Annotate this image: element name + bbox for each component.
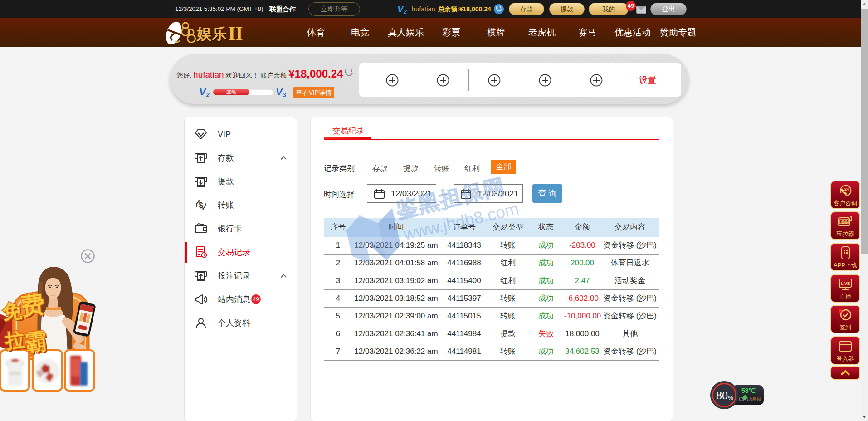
svg-text:II: II [228, 23, 243, 44]
svg-text:7: 7 [847, 220, 848, 224]
svg-text:费: 费 [19, 290, 46, 319]
svg-text:霸: 霸 [23, 328, 48, 356]
svg-text:3: 3 [283, 91, 286, 98]
svg-text:7: 7 [844, 220, 845, 224]
svg-text:2: 2 [403, 8, 407, 14]
svg-text:24: 24 [844, 186, 849, 191]
svg-text:7: 7 [840, 220, 842, 224]
svg-text:2: 2 [205, 91, 210, 98]
svg-text:V: V [397, 4, 404, 14]
svg-text:80: 80 [716, 389, 728, 402]
svg-text:LIVE: LIVE [841, 281, 850, 286]
svg-text:娱乐: 娱乐 [196, 25, 227, 42]
svg-text:%: % [728, 394, 733, 401]
svg-text:$: $ [199, 201, 203, 209]
svg-text:拉: 拉 [3, 328, 26, 352]
